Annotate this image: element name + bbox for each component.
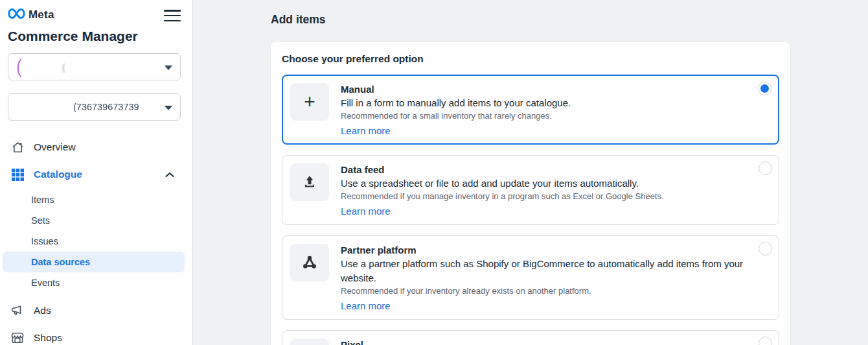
radio-button[interactable]	[759, 242, 772, 256]
option-partner-platform[interactable]: Partner platform Use a partner platform …	[282, 235, 779, 320]
subitem-label: Items	[31, 195, 54, 205]
catalogue-dropdown[interactable]: (736739673739	[8, 93, 181, 121]
catalogue-id-text: (736739673739	[73, 102, 139, 112]
sidebar-item-label: Shops	[34, 332, 62, 344]
app-title: Commerce Manager	[8, 29, 186, 44]
megaphone-icon	[10, 303, 25, 318]
subitem-label: Data sources	[31, 257, 90, 267]
option-title: Pixel	[341, 339, 645, 345]
radio-button[interactable]	[758, 82, 771, 95]
option-pixel[interactable]: </> Pixel Use your Facebook pixel to aut…	[282, 330, 779, 345]
sidebar-item-catalogue[interactable]: Catalogue	[8, 161, 186, 188]
option-description: Use a spreadsheet or file to add and upd…	[341, 176, 664, 191]
sidebar-item-ads[interactable]: Ads	[8, 297, 186, 324]
code-icon: </>	[290, 339, 329, 345]
option-title: Partner platform	[341, 244, 771, 257]
sidebar-item-label: Overview	[34, 141, 76, 153]
sidebar-subitem-events[interactable]: Events	[3, 272, 185, 293]
caret-down-icon	[165, 65, 172, 70]
meta-infinity-icon	[8, 8, 25, 22]
sidebar-item-overview[interactable]: Overview	[8, 134, 186, 161]
subitem-label: Issues	[31, 236, 58, 246]
subitem-label: Sets	[31, 215, 50, 226]
partner-icon	[290, 244, 329, 281]
panel-title: Choose your preferred option	[282, 53, 779, 65]
sidebar-item-shops[interactable]: Shops	[8, 324, 186, 345]
option-data-feed[interactable]: Data feed Use a spreadsheet or file to a…	[282, 155, 779, 225]
sidebar-nav: Overview Catalogue	[8, 134, 186, 345]
option-title: Data feed	[341, 163, 664, 176]
option-description: Use a partner platform such as Shopify o…	[341, 257, 771, 285]
upload-icon	[290, 163, 329, 201]
option-recommendation: Recommended for a small inventory that r…	[341, 110, 571, 122]
learn-more-link[interactable]: Learn more	[341, 124, 391, 137]
sidebar-item-label: Ads	[34, 305, 51, 316]
option-description: Fill in a form to manually add items to …	[341, 96, 571, 110]
radio-button[interactable]	[759, 337, 772, 345]
plus-icon: +	[290, 83, 329, 121]
sidebar-subitem-data-sources[interactable]: Data sources	[3, 252, 185, 272]
sidebar: Meta Commerce Manager ( ( (736739673739 …	[0, 0, 193, 345]
learn-more-link[interactable]: Learn more	[341, 204, 391, 218]
grid-icon	[10, 167, 25, 182]
subitem-label: Events	[31, 278, 60, 288]
option-recommendation: Recommended if you manage inventory in a…	[341, 191, 664, 202]
sidebar-subitem-issues[interactable]: Issues	[3, 231, 185, 252]
learn-more-link[interactable]: Learn more	[341, 299, 391, 313]
page-title: Add items	[271, 13, 790, 27]
caret-down-icon	[165, 106, 172, 110]
redacted-account-text-2: (	[62, 62, 65, 73]
account-dropdown[interactable]: ( (	[8, 53, 181, 80]
sidebar-subitem-items[interactable]: Items	[3, 189, 185, 210]
option-title: Manual	[341, 83, 571, 96]
meta-wordmark: Meta	[29, 8, 54, 21]
meta-logo[interactable]: Meta	[8, 8, 54, 22]
storefront-icon	[10, 331, 25, 345]
menu-icon[interactable]	[164, 10, 181, 21]
catalogue-subnav: Items Sets Issues Data sources Events	[8, 189, 186, 293]
redacted-account-text: (	[16, 55, 22, 78]
radio-button[interactable]	[759, 161, 772, 175]
home-icon	[10, 140, 25, 154]
option-recommendation: Recommended if your inventory already ex…	[341, 285, 771, 297]
main-content: Add items Choose your preferred option +…	[193, 0, 868, 345]
option-manual[interactable]: + Manual Fill in a form to manually add …	[282, 75, 779, 145]
chevron-up-icon[interactable]	[165, 169, 174, 180]
options-panel: Choose your preferred option + Manual Fi…	[271, 42, 790, 345]
sidebar-subitem-sets[interactable]: Sets	[3, 210, 185, 231]
sidebar-header: Meta	[8, 8, 186, 22]
sidebar-item-label: Catalogue	[34, 169, 82, 180]
